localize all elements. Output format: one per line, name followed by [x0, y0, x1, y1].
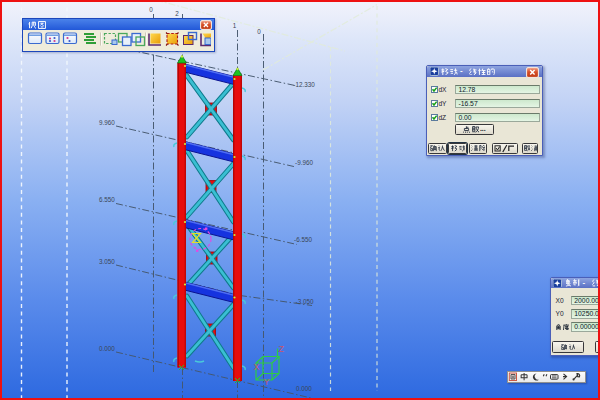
svg-text:-6.550: -6.550: [294, 236, 312, 243]
svg-text:Z: Z: [279, 344, 285, 354]
svg-text:-3.050: -3.050: [296, 298, 314, 305]
svg-text:0: 0: [149, 6, 153, 13]
svg-text:2: 2: [175, 10, 179, 17]
svg-text:0: 0: [257, 28, 261, 35]
svg-text:9.960: 9.960: [99, 119, 115, 126]
svg-text:0.000: 0.000: [99, 345, 115, 352]
svg-text:Y: Y: [264, 377, 270, 387]
svg-text:1: 1: [233, 22, 237, 29]
svg-text:X: X: [254, 362, 260, 372]
svg-text:3.050: 3.050: [99, 258, 115, 265]
svg-text:-12.330: -12.330: [293, 81, 315, 88]
svg-text:-9.960: -9.960: [295, 159, 313, 166]
svg-text:0.000: 0.000: [296, 385, 312, 392]
svg-text:6.550: 6.550: [99, 196, 115, 203]
